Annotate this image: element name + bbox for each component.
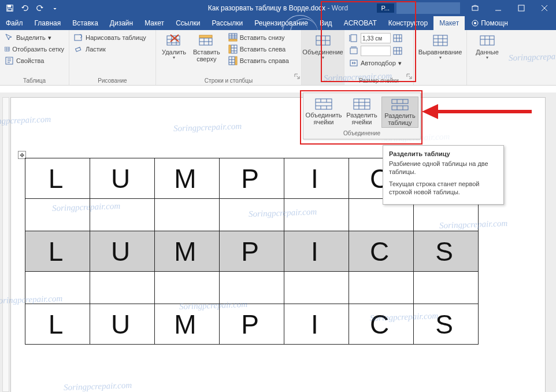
ribbon-tabs: Файл Главная Вставка Дизайн Макет Ссылки… <box>0 16 556 30</box>
autofit-button[interactable]: Автоподбор▾ <box>348 58 410 68</box>
svg-rect-31 <box>433 35 447 46</box>
svg-rect-2 <box>8 9 12 11</box>
svg-rect-28 <box>350 48 357 54</box>
svg-rect-26 <box>351 35 357 42</box>
svg-rect-33 <box>316 99 332 109</box>
svg-rect-18 <box>199 35 212 38</box>
tab-table-layout[interactable]: Макет <box>433 16 465 30</box>
tab-acrobat[interactable]: ACROBAT <box>338 16 383 30</box>
update-badge[interactable]: Р... <box>377 3 394 13</box>
dialog-launcher-rows-cols[interactable] <box>294 71 300 77</box>
tell-me-label: Помощн <box>481 19 508 27</box>
tab-references[interactable]: Ссылки <box>170 16 206 30</box>
svg-rect-36 <box>392 106 408 110</box>
vertical-ruler <box>2 97 9 392</box>
table-row: LUMPICS <box>25 304 479 345</box>
merge-group-collapsed[interactable]: Объединение▾ <box>305 32 340 62</box>
eraser-button[interactable]: Ластик <box>73 44 152 54</box>
group-label-rows-cols: Строки и столбцы <box>160 77 298 84</box>
page[interactable]: ✥ LUMPIC LUMPICS LUMPICS <box>10 97 546 392</box>
insert-below-button[interactable]: Вставить снизу <box>227 32 290 43</box>
tooltip-text: Текущая строка станет первой строкой нов… <box>389 180 498 197</box>
table-row <box>25 272 479 304</box>
svg-rect-12 <box>75 35 81 40</box>
svg-rect-1 <box>8 5 11 8</box>
tab-home[interactable]: Главная <box>29 16 67 30</box>
svg-rect-3 <box>472 6 478 10</box>
insert-above-button[interactable]: Вставить сверху <box>191 32 223 66</box>
tab-layout[interactable]: Макет <box>139 16 170 30</box>
split-cells-button[interactable]: Разделить ячейки <box>343 97 380 128</box>
minimize-button[interactable] <box>487 0 510 16</box>
ribbon: Выделить▾ Отобразить сетку Свойства Табл… <box>0 30 556 86</box>
tab-table-design[interactable]: Конструктор <box>383 16 433 30</box>
table-row-selected: LUMPICS <box>25 231 479 272</box>
merge-dropdown: Объединить ячейки Разделить ячейки Разде… <box>303 93 421 139</box>
draw-table-button[interactable]: Нарисовать таблицу <box>73 32 152 43</box>
alignment-button[interactable]: Выравнивание▾ <box>417 32 463 62</box>
properties-button[interactable]: Свойства <box>3 56 65 66</box>
svg-rect-19 <box>229 34 237 39</box>
merge-cells-button[interactable]: Объединить ячейки <box>305 97 342 128</box>
group-label-draw: Рисование <box>73 77 152 84</box>
svg-rect-5 <box>518 5 524 11</box>
ribbon-display-options[interactable] <box>464 0 487 16</box>
insert-right-button[interactable]: Вставить справа <box>227 56 290 66</box>
window-title: Как разорвать таблицу в Ворде.docx - Wor… <box>208 4 348 12</box>
title-bar: Как разорвать таблицу в Ворде.docx - Wor… <box>0 0 556 16</box>
select-button[interactable]: Выделить▾ <box>3 32 65 43</box>
save-button[interactable] <box>3 2 16 14</box>
view-gridlines-button[interactable]: Отобразить сетку <box>3 44 65 54</box>
tab-view[interactable]: Вид <box>314 16 338 30</box>
svg-rect-34 <box>354 99 370 109</box>
svg-rect-35 <box>392 99 408 103</box>
delete-button[interactable]: Удалить▾ <box>160 32 188 66</box>
tab-file[interactable]: Файл <box>0 16 29 30</box>
data-button[interactable]: Данные▾ <box>470 32 504 62</box>
group-label-cell-size: Размер ячейки <box>348 77 410 84</box>
group-label-table: Таблица <box>3 77 65 84</box>
svg-rect-24 <box>235 57 237 65</box>
close-button[interactable] <box>533 0 556 16</box>
svg-rect-10 <box>5 47 10 51</box>
dialog-launcher-cell-size[interactable] <box>406 71 412 77</box>
svg-rect-13 <box>76 47 81 51</box>
document-area: ✥ LUMPIC LUMPICS LUMPICS <box>0 93 556 392</box>
redo-button[interactable] <box>34 2 46 14</box>
tab-insert[interactable]: Вставка <box>66 16 104 30</box>
svg-point-9 <box>474 22 476 24</box>
svg-rect-22 <box>229 45 231 53</box>
tooltip-title: Разделить таблицу <box>389 150 498 157</box>
svg-rect-32 <box>480 36 494 45</box>
tooltip-text: Разбиение одной таблицы на две таблицы. <box>389 160 498 176</box>
maximize-button[interactable] <box>510 0 533 16</box>
annotation-arrow <box>422 105 532 118</box>
svg-rect-20 <box>229 39 237 41</box>
qat-customize[interactable] <box>49 2 61 14</box>
undo-button[interactable] <box>18 2 31 14</box>
insert-left-button[interactable]: Вставить слева <box>227 44 290 54</box>
tab-mailings[interactable]: Рассылки <box>206 16 249 30</box>
tab-design[interactable]: Дизайн <box>104 16 139 30</box>
col-width-input[interactable] <box>348 45 410 57</box>
dropdown-group-label: Объединение <box>303 129 420 139</box>
tell-me[interactable]: Помощн <box>472 16 508 30</box>
row-height-input[interactable]: 1,33 см <box>348 32 410 44</box>
split-table-button[interactable]: Разделить таблицу <box>381 97 418 128</box>
account-area[interactable] <box>396 2 460 14</box>
tooltip: Разделить таблицу Разбиение одной таблиц… <box>383 145 504 205</box>
